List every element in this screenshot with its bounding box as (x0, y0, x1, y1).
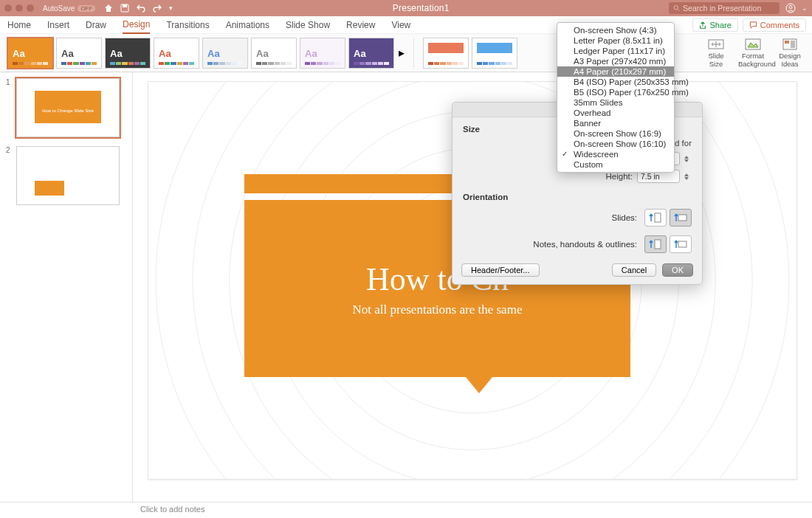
theme-thumb[interactable]: Aa (348, 38, 394, 69)
ribbon-design: AaAaAaAaAaAaAaAa ▸ Slide Size Format Bac… (0, 34, 812, 72)
close-icon[interactable] (4, 4, 12, 12)
qat-overflow-icon[interactable]: ▾ (169, 4, 173, 12)
dropdown-option[interactable]: On-screen Show (16:10) (557, 139, 674, 149)
dropdown-option[interactable]: Letter Paper (8.5x11 in) (557, 35, 674, 46)
ok-button[interactable]: OK (662, 263, 693, 277)
svg-rect-10 (791, 41, 795, 48)
tab-draw[interactable]: Draw (86, 17, 106, 33)
format-background-button[interactable]: Format Background (738, 38, 768, 68)
tab-home[interactable]: Home (7, 17, 31, 33)
titlebar: AutoSave OFF ▾ Presentation1 ⌄ (0, 0, 812, 16)
theme-thumb[interactable]: Aa (154, 38, 199, 69)
zoom-icon[interactable] (27, 4, 34, 12)
design-ideas-icon (782, 38, 798, 51)
header-footer-button[interactable]: Header/Footer... (461, 263, 540, 277)
tab-transitions[interactable]: Transitions (166, 17, 209, 33)
theme-thumb[interactable]: Aa (300, 38, 345, 69)
share-icon (699, 21, 706, 29)
design-ideas-label: Design Ideas (779, 52, 801, 67)
tab-animations[interactable]: Animations (226, 17, 269, 33)
variant-thumb[interactable] (472, 38, 517, 69)
autosave-toggle[interactable]: AutoSave OFF (43, 4, 95, 13)
height-label: Height: (606, 172, 633, 181)
minimize-icon[interactable] (16, 4, 23, 12)
notes-portrait-button[interactable] (644, 235, 667, 253)
slides-landscape-button[interactable] (670, 209, 692, 227)
slides-orient-label: Slides: (611, 213, 637, 222)
theme-thumb[interactable]: Aa (105, 38, 151, 69)
dropdown-option[interactable]: On-screen Show (4:3) (557, 25, 674, 35)
share-label: Share (709, 21, 731, 30)
dropdown-option[interactable]: Custom (557, 159, 674, 170)
save-icon[interactable] (120, 4, 129, 13)
svg-point-5 (789, 6, 792, 9)
themes-more-icon[interactable]: ▸ (399, 46, 405, 60)
autosave-label: AutoSave (43, 4, 75, 13)
dropdown-option[interactable]: 35mm Slides (557, 97, 674, 108)
tab-design[interactable]: Design (123, 16, 150, 34)
thumb-title: How to Change Slide Size (17, 108, 119, 113)
dropdown-option[interactable]: On-screen Show (16:9) (557, 128, 674, 139)
slide-size-icon (708, 38, 724, 51)
variant-thumb[interactable] (423, 38, 469, 69)
tab-review[interactable]: Review (346, 17, 375, 33)
theme-thumb[interactable]: Aa (202, 38, 248, 69)
thumb-number: 2 (6, 146, 12, 205)
dropdown-option[interactable]: Banner (557, 118, 674, 128)
svg-rect-20 (655, 240, 661, 249)
svg-rect-1 (123, 4, 127, 7)
share-button[interactable]: Share (692, 18, 737, 32)
svg-rect-9 (785, 41, 789, 44)
comments-button[interactable]: Comments (743, 18, 806, 32)
home-icon[interactable] (104, 4, 113, 13)
theme-thumb[interactable]: Aa (251, 38, 297, 69)
divider (413, 38, 414, 68)
tab-slideshow[interactable]: Slide Show (286, 17, 330, 33)
theme-thumb[interactable]: Aa (56, 38, 102, 69)
user-icon[interactable] (785, 3, 796, 13)
dropdown-option[interactable]: Widescreen (557, 149, 674, 159)
ribbon-tabs: Home Insert Draw Design Transitions Anim… (0, 16, 812, 34)
dropdown-option[interactable]: B5 (ISO) Paper (176x250 mm) (557, 87, 674, 97)
notes-landscape-button[interactable] (670, 235, 692, 253)
dropdown-option[interactable]: Overhead (557, 108, 674, 118)
slide-size-label: Slide Size (708, 52, 723, 67)
slide-subtitle[interactable]: Not all presentations are the same (353, 303, 523, 317)
slide-size-button[interactable]: Slide Size (701, 38, 731, 68)
search-icon (673, 4, 680, 12)
slides-portrait-button[interactable] (644, 209, 667, 227)
format-bg-label: Format Background (738, 52, 776, 67)
notes-placeholder[interactable]: Click to add notes (140, 505, 204, 514)
search-input[interactable] (683, 4, 775, 13)
dropdown-option[interactable]: B4 (ISO) Paper (250x353 mm) (557, 77, 674, 87)
width-stepper[interactable] (684, 152, 692, 165)
format-bg-icon (745, 38, 761, 51)
theme-thumb[interactable]: Aa (7, 38, 53, 69)
design-ideas-button[interactable]: Design Ideas (775, 38, 805, 68)
slide-thumbnail[interactable] (16, 146, 120, 205)
notes-pane[interactable]: Click to add notes (0, 502, 812, 518)
slide-size-dropdown[interactable]: On-screen Show (4:3)Letter Paper (8.5x11… (557, 22, 675, 173)
window-controls[interactable] (4, 4, 34, 12)
tab-insert[interactable]: Insert (47, 17, 69, 33)
height-stepper[interactable] (684, 170, 692, 183)
document-title: Presentation1 (177, 3, 664, 13)
chevron-down-icon[interactable]: ⌄ (802, 4, 808, 12)
cancel-button[interactable]: Cancel (612, 263, 656, 277)
themes-gallery: AaAaAaAaAaAaAaAa (7, 38, 394, 69)
slide-thumbnails-panel[interactable]: 1 How to Change Slide Size 2 (0, 72, 133, 502)
callout-pointer (466, 377, 492, 393)
thumb-number: 1 (6, 78, 12, 137)
comment-icon (749, 21, 757, 29)
svg-point-2 (674, 6, 678, 10)
dropdown-option[interactable]: Ledger Paper (11x17 in) (557, 46, 674, 56)
svg-rect-21 (678, 241, 687, 247)
slide-thumbnail[interactable]: How to Change Slide Size (16, 78, 120, 137)
tab-view[interactable]: View (391, 17, 410, 33)
redo-icon[interactable] (153, 4, 162, 13)
undo-icon[interactable] (137, 4, 145, 13)
svg-line-3 (678, 10, 679, 11)
dropdown-option[interactable]: A3 Paper (297x420 mm) (557, 56, 674, 66)
dropdown-option[interactable]: A4 Paper (210x297 mm) (557, 66, 674, 77)
search-box[interactable] (669, 2, 780, 14)
